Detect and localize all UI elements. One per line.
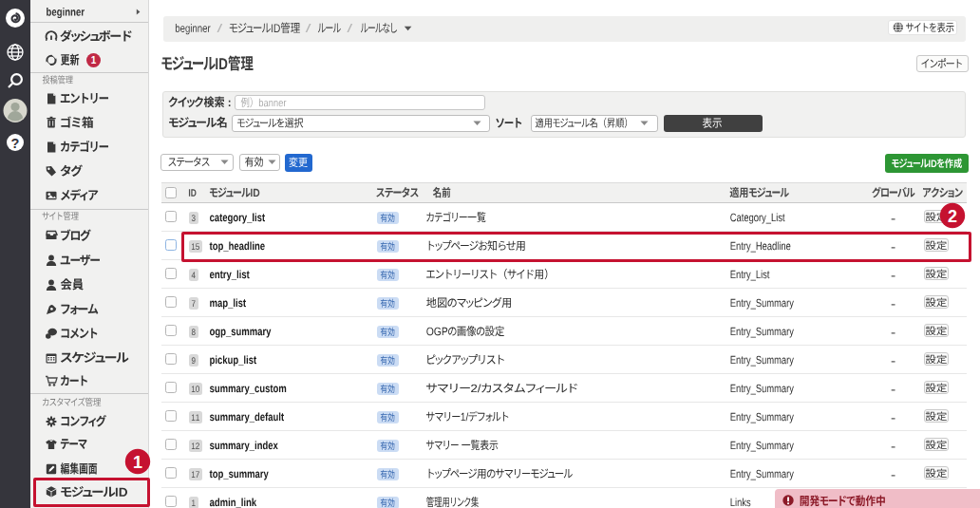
svg-text:2: 2	[948, 206, 957, 225]
svg-text:1: 1	[133, 453, 142, 472]
